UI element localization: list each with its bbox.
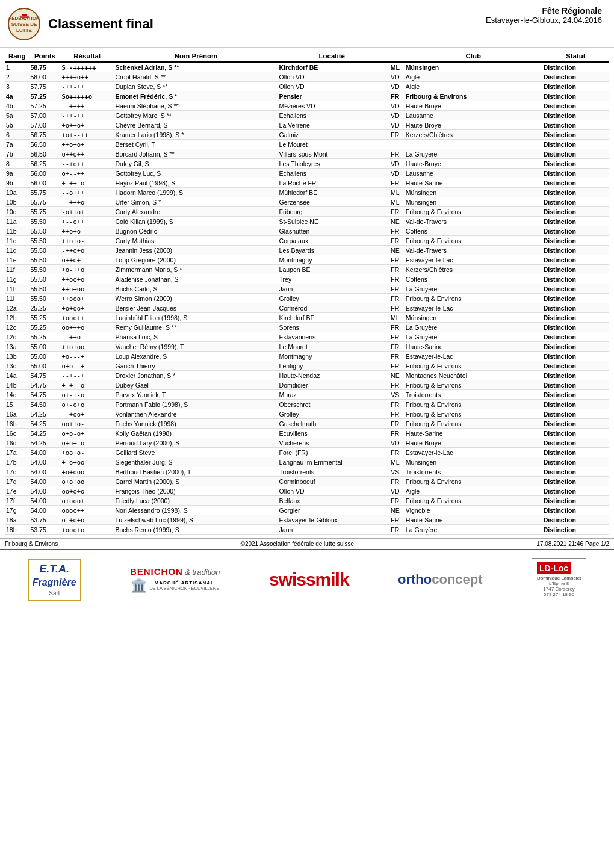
cell-result: oooo++ xyxy=(60,506,114,515)
cell-points: 55.00 xyxy=(29,361,61,371)
cell-statut: Distinction xyxy=(542,149,609,159)
logo-icon: FÉDÉRATION SUISSE DE LUTTE xyxy=(8,8,41,41)
table-row: 9b56.00+-++-oHayoz Paul (1998), SLa Roch… xyxy=(5,178,609,188)
cell-locality: Mézières VD xyxy=(278,101,386,111)
cell-locality: La Verrerie xyxy=(278,120,386,130)
cell-result: +-o+oo xyxy=(60,457,114,467)
cell-result: --++++ xyxy=(60,101,114,111)
cell-statut: Distinction xyxy=(542,419,609,429)
cell-region: FR xyxy=(386,342,405,352)
cell-result: -++-++ xyxy=(60,111,114,120)
cell-region: FR xyxy=(386,496,405,506)
cell-region: VS xyxy=(386,467,405,477)
cell-region: FR xyxy=(386,294,405,303)
table-row: 4b57.25--++++Haenni Stéphane, S **Mézièr… xyxy=(5,101,609,111)
cell-statut: Distinction xyxy=(542,390,609,400)
cell-result: +o++o+ xyxy=(60,120,114,130)
cell-rank: 11h xyxy=(5,284,29,294)
cell-result: +o-++o xyxy=(60,265,114,274)
cell-name: Droxler Jonathan, S * xyxy=(114,371,278,380)
cell-club: Cottens xyxy=(405,226,542,236)
cell-rank: 17g xyxy=(5,506,29,515)
cell-points: 55.50 xyxy=(29,226,61,236)
eta-title: E.T.A. xyxy=(33,562,76,576)
cell-name: Gauch Thierry xyxy=(114,361,278,371)
cell-statut: Distinction xyxy=(542,352,609,361)
cell-result: o+ooo+ xyxy=(60,496,114,506)
col-header-resultat: Résultat xyxy=(60,50,114,62)
ldloc-title: LD-Loc xyxy=(537,562,571,574)
cell-name: Vaucher Rémy (1999), T xyxy=(114,342,278,352)
cell-locality: Echallens xyxy=(278,111,386,120)
cell-statut: Distinction xyxy=(542,236,609,246)
cell-club: Münsingen xyxy=(405,457,542,467)
cell-rank: 13b xyxy=(5,352,29,361)
cell-statut: Distinction xyxy=(542,188,609,197)
cell-club: Vignoble xyxy=(405,506,542,515)
cell-name: Pharisa Loic, S xyxy=(114,332,278,342)
cell-rank: 14b xyxy=(5,380,29,390)
footer-center: ©2021 Association fédérale de lutte suis… xyxy=(241,541,355,547)
cell-result: ++o+o- xyxy=(60,236,114,246)
cell-name: Nori Alessandro (1998), S xyxy=(114,506,278,515)
cell-club: Troistorrents xyxy=(405,390,542,400)
cell-name: Emonet Frédéric, S * xyxy=(114,91,278,101)
cell-name: Schenkel Adrian, S ** xyxy=(114,62,278,72)
cell-result: oo+o+o xyxy=(60,486,114,496)
event-location: Estavayer-le-Gibloux, 24.04.2016 xyxy=(486,16,602,25)
cell-points: 53.75 xyxy=(29,525,61,535)
cell-rank: 11c xyxy=(5,236,29,246)
cell-statut: Distinction xyxy=(542,342,609,352)
cell-club: Fribourg & Environs xyxy=(405,207,542,217)
cell-points: 55.00 xyxy=(29,352,61,361)
cell-region: FR xyxy=(386,265,405,274)
cell-locality: Cormérod xyxy=(278,303,386,313)
cell-name: Gottofrey Marc, S ** xyxy=(114,111,278,120)
cell-name: Kolly Gaëtan (1998) xyxy=(114,429,278,438)
cell-club: La Gruyère xyxy=(405,149,542,159)
table-row: 11e55.50o++o+-Loup Grégoire (2000)Montma… xyxy=(5,255,609,265)
cell-club xyxy=(405,140,542,149)
event-title: Fête Régionale xyxy=(486,6,602,16)
cell-points: 25.25 xyxy=(29,303,61,313)
table-row: 16d54.25o+o+-oPerroud Lary (2000), SVuch… xyxy=(5,438,609,448)
cell-locality: Forel (FR) xyxy=(278,448,386,457)
cell-name: Haenni Stéphane, S ** xyxy=(114,101,278,111)
sponsor-eta: E.T.A. Fragnière Sàrl xyxy=(28,559,81,600)
cell-statut: Distinction xyxy=(542,217,609,226)
cell-result: --+oo+ xyxy=(60,409,114,419)
cell-club: Münsingen xyxy=(405,197,542,207)
sponsor-ldloc: LD-Loc Dominique Lambelet L'Epine 8 1747… xyxy=(532,558,586,601)
cell-locality: Belfaux xyxy=(278,496,386,506)
cell-statut: Distinction xyxy=(542,313,609,323)
cell-club: Haute-Sarine xyxy=(405,515,542,525)
cell-rank: 10a xyxy=(5,188,29,197)
cell-region: FR xyxy=(386,236,405,246)
col-header-club: Club xyxy=(405,50,542,62)
cell-points: 55.75 xyxy=(29,188,61,197)
cell-club: Aigle xyxy=(405,486,542,496)
cell-statut: Distinction xyxy=(542,120,609,130)
col-header-nom: Nom Prénom xyxy=(114,50,278,62)
cell-region: FR xyxy=(386,207,405,217)
cell-rank: 17d xyxy=(5,477,29,486)
header-left: FÉDÉRATION SUISSE DE LUTTE Classement fi… xyxy=(6,6,154,42)
cell-result: ++ooo+ xyxy=(60,294,114,303)
cell-region: VD xyxy=(386,120,405,130)
cell-locality: Ollon VD xyxy=(278,72,386,82)
table-row: 4a57.25So+++++oEmonet Frédéric, S *Pensi… xyxy=(5,91,609,101)
cell-rank: 17f xyxy=(5,496,29,506)
cell-rank: 2 xyxy=(5,72,29,82)
table-row: 12c55.25oo+++oRemy Guillaume, S **Sorens… xyxy=(5,323,609,332)
cell-region: FR xyxy=(386,274,405,284)
cell-rank: 9a xyxy=(5,169,29,178)
cell-region: FR xyxy=(386,284,405,294)
cell-statut: Distinction xyxy=(542,506,609,515)
cell-result: --+o++ xyxy=(60,159,114,169)
cell-club: Haute-Broye xyxy=(405,120,542,130)
cell-region: FR xyxy=(386,149,405,159)
table-row: 13b55.00+o---+Loup Alexandre, SMontmagny… xyxy=(5,352,609,361)
swissmilk-text: swissmilk xyxy=(269,571,349,589)
footer-right: 17.08.2021 21:46 Page 1/2 xyxy=(536,541,609,547)
cell-region: FR xyxy=(386,400,405,409)
